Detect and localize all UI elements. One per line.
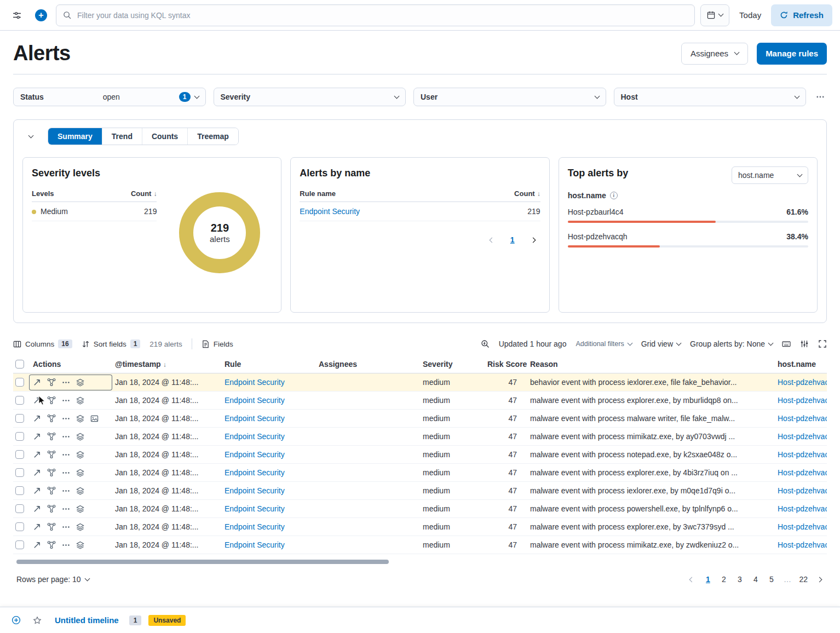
analyze-event-icon[interactable] — [47, 468, 56, 477]
reason-cell[interactable]: malware event with process powershell.ex… — [527, 504, 774, 513]
expand-alert-icon[interactable] — [33, 451, 41, 459]
expand-alert-icon[interactable] — [33, 505, 41, 513]
kql-search-input[interactable] — [76, 10, 688, 20]
inspect-button[interactable] — [481, 339, 490, 348]
analyze-event-icon[interactable] — [47, 432, 56, 441]
session-view-icon[interactable] — [76, 523, 84, 531]
columns-button[interactable]: Columns 16 — [13, 339, 72, 348]
reason-cell[interactable]: malware event with process mimikatz.exe,… — [527, 540, 774, 549]
expand-alert-icon[interactable] — [33, 415, 41, 423]
pagination-page-22[interactable]: 22 — [796, 572, 811, 587]
assignees-dropdown-button[interactable]: Assignees — [681, 43, 748, 65]
additional-filters-button[interactable]: Additional filters — [576, 340, 631, 348]
more-actions-icon[interactable] — [62, 505, 70, 513]
reason-cell[interactable]: malware event with process malware write… — [527, 414, 774, 423]
expand-alert-icon[interactable] — [33, 541, 41, 549]
rule-link[interactable]: Endpoint Security — [221, 432, 315, 441]
host-name-link[interactable]: Host-pdzehvacqh — [774, 522, 827, 531]
refresh-button[interactable]: Refresh — [771, 4, 832, 26]
rule-link[interactable]: Endpoint Security — [221, 540, 315, 549]
session-view-icon[interactable] — [76, 415, 84, 423]
row-checkbox[interactable] — [15, 378, 24, 387]
timeline-title-link[interactable]: Untitled timeline — [51, 615, 122, 625]
row-checkbox[interactable] — [15, 522, 24, 531]
pagination-page-1[interactable]: 1 — [700, 572, 715, 587]
filter-controls-button[interactable] — [8, 6, 26, 25]
host-name-link[interactable]: Host-pdzehvacqh — [774, 378, 827, 387]
rule-link[interactable]: Endpoint Security — [221, 468, 315, 477]
status-filter[interactable]: Status open 1 — [13, 88, 206, 106]
expand-alert-icon[interactable] — [33, 378, 41, 387]
more-actions-icon[interactable] — [62, 487, 70, 495]
analyze-event-icon[interactable] — [47, 378, 56, 387]
session-view-icon[interactable] — [76, 451, 84, 459]
rule-name-link[interactable]: Endpoint Security — [300, 207, 360, 216]
horizontal-scrollbar[interactable] — [16, 560, 389, 564]
tab-trend[interactable]: Trend — [102, 128, 142, 145]
fields-button[interactable]: Fields — [202, 340, 233, 348]
pagination-page-2[interactable]: 2 — [716, 572, 731, 587]
reason-cell[interactable]: malware event with process iexlorer.exe,… — [527, 486, 774, 495]
row-checkbox[interactable] — [15, 432, 24, 441]
more-actions-icon[interactable] — [62, 396, 70, 405]
rule-link[interactable]: Endpoint Security — [221, 396, 315, 405]
session-view-icon[interactable] — [76, 469, 84, 477]
reason-cell[interactable]: malware event with process mimikatz.exe,… — [527, 432, 774, 441]
session-view-icon[interactable] — [76, 378, 84, 387]
top-alerts-field-select[interactable]: host.name — [732, 166, 808, 184]
host-name-link[interactable]: Host-pdzehvacqh — [774, 486, 827, 495]
reason-cell[interactable]: malware event with process explorer.exe,… — [527, 522, 774, 531]
favorite-timeline-button[interactable] — [30, 613, 44, 628]
rule-link[interactable]: Endpoint Security — [221, 378, 315, 387]
reason-cell[interactable]: behavior event with process iexlorer.exe… — [527, 378, 774, 387]
analyze-event-icon[interactable] — [47, 540, 56, 549]
rows-per-page-button[interactable]: Rows per page: 10 — [13, 574, 93, 584]
session-view-icon[interactable] — [76, 541, 84, 549]
expand-alert-icon[interactable] — [33, 433, 41, 441]
host-name-link[interactable]: Host-pdzehvacqh — [774, 396, 827, 405]
grid-view-button[interactable]: Grid view — [641, 339, 681, 348]
session-view-icon[interactable] — [76, 505, 84, 513]
pager-next-icon[interactable] — [529, 233, 537, 246]
more-actions-icon[interactable] — [62, 451, 70, 459]
sort-fields-button[interactable]: Sort fields 1 — [82, 339, 141, 348]
more-actions-icon[interactable] — [62, 469, 70, 477]
severity-column-header[interactable]: Severity — [419, 360, 484, 369]
row-checkbox[interactable] — [15, 540, 24, 549]
host-name-column-header[interactable]: host.name — [774, 360, 827, 369]
row-checkbox[interactable] — [15, 414, 24, 423]
reason-cell[interactable]: malware event with process notepad.exe, … — [527, 450, 774, 459]
expand-alert-icon[interactable] — [33, 523, 41, 531]
session-view-icon[interactable] — [76, 433, 84, 441]
rule-link[interactable]: Endpoint Security — [221, 414, 315, 423]
pager-page-1[interactable]: 1 — [507, 235, 518, 245]
host-name-link[interactable]: Host-pdzehvacqh — [774, 540, 827, 549]
expand-alert-icon[interactable] — [33, 396, 41, 405]
analyze-event-icon[interactable] — [47, 414, 56, 423]
rule-link[interactable]: Endpoint Security — [221, 450, 315, 459]
manage-rules-button[interactable]: Manage rules — [757, 43, 827, 65]
analyze-event-icon[interactable] — [47, 450, 56, 459]
tab-treemap[interactable]: Treemap — [187, 128, 238, 145]
pager-previous-icon[interactable] — [488, 233, 496, 246]
pagination-page-5[interactable]: 5 — [764, 572, 779, 587]
more-actions-icon[interactable] — [62, 415, 70, 423]
add-timeline-button[interactable] — [9, 613, 23, 628]
tab-counts[interactable]: Counts — [142, 128, 187, 145]
pagination-previous-icon[interactable] — [684, 572, 699, 587]
display-options-button[interactable] — [800, 339, 809, 348]
more-filters-button[interactable] — [814, 90, 827, 103]
pagination-page-3[interactable]: 3 — [732, 572, 747, 587]
rule-link[interactable]: Endpoint Security — [221, 522, 315, 531]
count-column-header[interactable]: Count↓ — [514, 189, 540, 198]
count-column-header[interactable]: Count↓ — [131, 189, 157, 198]
host-name-link[interactable]: Host-pdzehvacqh — [774, 432, 827, 441]
assignees-column-header[interactable]: Assignees — [315, 360, 419, 369]
severity-filter[interactable]: Severity — [214, 88, 406, 106]
host-name-link[interactable]: Host-pdzehvacqh — [774, 450, 827, 459]
session-view-icon[interactable] — [76, 396, 84, 405]
analyze-event-icon[interactable] — [47, 396, 56, 405]
keyboard-shortcuts-button[interactable] — [782, 339, 791, 348]
host-name-link[interactable]: Host-pdzehvacqh — [774, 504, 827, 513]
more-actions-icon[interactable] — [62, 433, 70, 441]
